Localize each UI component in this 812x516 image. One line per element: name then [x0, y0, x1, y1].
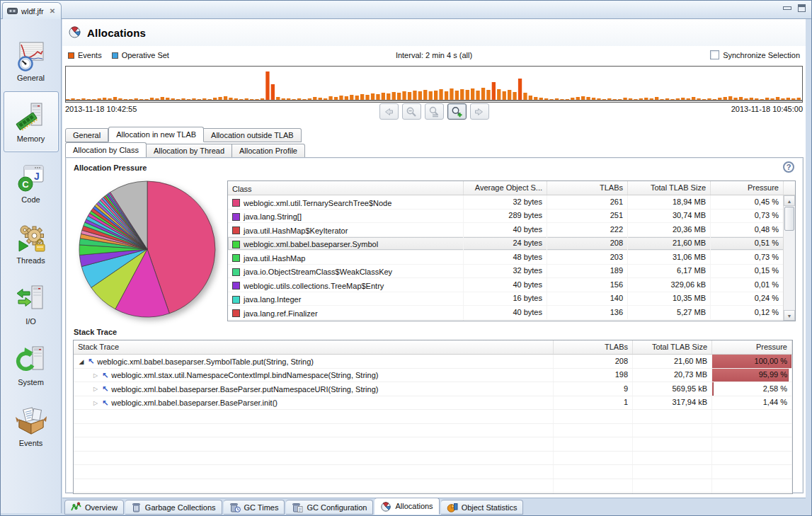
synchronize-selection[interactable]: Synchronize Selection: [710, 50, 800, 59]
class-cell: java.util.HashMap: [228, 251, 464, 264]
method-icon: ↖: [102, 371, 108, 380]
tab-allocation-profile[interactable]: Allocation Profile: [232, 144, 305, 158]
class-table: ClassAverage Object S...TLABsTotal TLAB …: [227, 180, 796, 321]
maximize-icon[interactable]: [798, 4, 806, 12]
sidebar-item-code[interactable]: JCCode: [4, 152, 59, 213]
allocation-pie-chart[interactable]: [77, 179, 219, 319]
stack-table-column-stack-trace[interactable]: Stack Trace: [74, 340, 554, 354]
empty-cell: [554, 452, 633, 465]
tlabs-cell: 261: [547, 195, 628, 209]
stack-frame-cell: ▷↖weblogic.xml.stax.util.NamespaceContex…: [74, 369, 554, 382]
sidebar-item-i-o[interactable]: I/O: [4, 274, 59, 335]
empty-cell: [74, 452, 554, 465]
sidebar-item-general[interactable]: General: [4, 30, 59, 91]
class-table-scrollbar[interactable]: ▲ ▼: [783, 195, 795, 321]
tab-allocation-outside-tlab[interactable]: Allocation outside TLAB: [204, 128, 302, 142]
class-table-column-total-tlab-size[interactable]: Total TLAB Size: [628, 181, 711, 195]
pressure-cell: 95,99 %: [712, 369, 792, 382]
page-tab-gc-configuration[interactable]: GC Configuration: [286, 500, 373, 515]
page-tab-label: Overview: [85, 503, 118, 512]
table-row[interactable]: java.io.ObjectStreamClass$WeakClassKey32…: [228, 265, 795, 279]
table-row[interactable]: java.lang.Integer16 bytes14010,35 MB0,24…: [228, 292, 795, 306]
stack-trace-empty-row: [74, 493, 792, 494]
sidebar: GeneralMemoryJCCodeThreadsI/OSystemEvent…: [1, 19, 62, 513]
jmc-window: wldf.jfr ✕ GeneralMemoryJCCodeThreadsI/O…: [0, 0, 812, 516]
minimize-icon[interactable]: [783, 4, 791, 11]
events-timeline-chart[interactable]: [65, 66, 803, 103]
page-tab-object-statistics[interactable]: Object Statistics: [441, 500, 524, 515]
method-name: weblogic.xml.babel.baseparser.SymbolTabl…: [97, 357, 314, 366]
class-name: java.io.ObjectStreamClass$WeakClassKey: [244, 268, 392, 276]
tlabs-cell: 136: [547, 306, 628, 319]
collapse-icon[interactable]: ◢: [78, 358, 85, 365]
total-tlab-size-cell: 569,95 kB: [633, 382, 712, 396]
tab-allocation-by-class[interactable]: Allocation by Class: [65, 142, 147, 158]
class-table-column-class[interactable]: Class: [228, 181, 464, 195]
class-name: weblogic.xml.babel.baseparser.Symbol: [244, 240, 378, 248]
page-tab-overview[interactable]: Overview: [64, 500, 124, 515]
table-row[interactable]: weblogic.xml.babel.baseparser.Symbol24 b…: [228, 237, 795, 251]
class-table-header[interactable]: ClassAverage Object S...TLABsTotal TLAB …: [228, 181, 795, 195]
class-table-column-tlabs[interactable]: TLABs: [547, 181, 628, 195]
sidebar-item-label: I/O: [25, 317, 36, 326]
page-tab-allocations[interactable]: Allocations: [374, 498, 439, 515]
editor-tab-wldf-jfr[interactable]: wldf.jfr ✕: [2, 2, 62, 19]
table-row[interactable]: weblogic.utils.collections.TreeMap$Entry…: [228, 278, 795, 292]
stack-trace-row[interactable]: ▷↖weblogic.xml.babel.baseparser.BasePars…: [74, 396, 792, 411]
empty-cell: [554, 437, 633, 451]
general-icon: [16, 40, 47, 71]
scrollbar-thumb[interactable]: [784, 207, 794, 231]
scroll-down-icon[interactable]: ▼: [784, 310, 795, 321]
pressure-value: 1,44 %: [763, 398, 787, 406]
scroll-up-icon[interactable]: ▲: [784, 195, 795, 206]
stack-trace-row[interactable]: ▷↖weblogic.xml.babel.baseparser.BasePars…: [74, 382, 792, 396]
code-icon: JC: [16, 162, 47, 193]
total-tlab-size-cell: 30,74 MB: [628, 210, 711, 223]
close-icon[interactable]: ✕: [50, 7, 55, 15]
help-icon[interactable]: ?: [783, 161, 794, 173]
table-row[interactable]: java.lang.ref.Finalizer40 bytes1365,27 M…: [228, 306, 795, 320]
total-tlab-size-cell: 20,36 MB: [628, 223, 711, 236]
class-table-column-average-object-s[interactable]: Average Object S...: [464, 181, 547, 195]
expand-icon[interactable]: ▷: [92, 372, 99, 379]
total-tlab-size-cell: 18,94 MB: [628, 195, 711, 209]
class-color-swatch: [232, 213, 240, 221]
stack-table-column-total-tlab-size[interactable]: Total TLAB Size: [633, 340, 712, 354]
stack-trace-row[interactable]: ◢↖weblogic.xml.babel.baseparser.SymbolTa…: [74, 355, 792, 369]
empty-cell: [554, 424, 633, 437]
stack-table-column-pressure[interactable]: Pressure: [712, 340, 792, 354]
empty-cell: [633, 493, 712, 494]
sidebar-item-memory[interactable]: Memory: [4, 91, 59, 152]
class-color-swatch: [232, 241, 240, 248]
memory-icon: [16, 101, 47, 132]
zoom-in-button[interactable]: [447, 103, 467, 120]
table-row[interactable]: weblogic.xml.util.TernarySearchTree$Node…: [228, 195, 795, 210]
avg-object-size-cell: 40 bytes: [464, 223, 547, 236]
class-color-swatch: [232, 309, 240, 317]
stack-trace-empty-row: [74, 437, 792, 452]
expand-icon[interactable]: ▷: [92, 386, 99, 392]
trash-config-icon: [292, 502, 303, 512]
expand-icon[interactable]: ▷: [92, 400, 99, 406]
table-row[interactable]: java.lang.String[]289 bytes25130,74 MB0,…: [228, 210, 795, 224]
empty-cell: [633, 410, 712, 423]
stack-table-column-tlabs[interactable]: TLABs: [554, 340, 633, 354]
tab-allocation-in-new-tlab[interactable]: Allocation in new TLAB: [108, 127, 204, 142]
trash-clock-icon: [229, 502, 241, 512]
stack-trace-row[interactable]: ▷↖weblogic.xml.stax.util.NamespaceContex…: [74, 369, 792, 383]
page-tab-bar: OverviewGarbage CollectionsGC TimesGC Co…: [62, 498, 806, 515]
sidebar-item-events[interactable]: Events: [4, 396, 59, 457]
class-table-column-pressure[interactable]: Pressure: [711, 181, 784, 195]
table-row[interactable]: java.util.HashMap$KeyIterator40 bytes222…: [228, 223, 795, 237]
synchronize-selection-checkbox[interactable]: [710, 50, 719, 59]
table-row[interactable]: java.util.HashMap48 bytes20331,06 MB0,73…: [228, 251, 795, 265]
tab-general[interactable]: General: [65, 128, 108, 142]
page-tab-garbage-collections[interactable]: Garbage Collections: [125, 500, 222, 515]
empty-cell: [712, 479, 792, 493]
sidebar-item-system[interactable]: System: [4, 335, 59, 396]
pressure-cell: 0,45 %: [711, 195, 784, 209]
page-tab-gc-times[interactable]: GC Times: [224, 500, 285, 515]
stack-trace-table-header[interactable]: Stack TraceTLABsTotal TLAB SizePressure: [74, 340, 792, 355]
sidebar-item-threads[interactable]: Threads: [4, 213, 59, 274]
tab-allocation-by-thread[interactable]: Allocation by Thread: [147, 144, 232, 158]
